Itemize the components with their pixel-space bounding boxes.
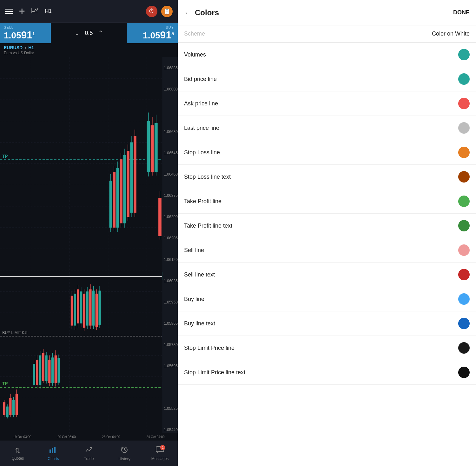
color-item-bid-price-line[interactable]: Bid price line xyxy=(178,67,476,91)
svg-rect-129 xyxy=(54,447,56,453)
color-label-last-price-line: Last price line xyxy=(184,125,219,131)
sell-price: 1.05911 xyxy=(4,29,35,41)
color-item-stop-loss-line-text[interactable]: Stop Loss line text xyxy=(178,165,476,189)
color-dot-ask-price-line xyxy=(458,98,470,109)
svg-text:1.06885: 1.06885 xyxy=(164,65,178,70)
color-label-bid-price-line: Bid price line xyxy=(184,76,217,83)
color-label-stop-limit-price-line-text: Stop Limit Price line text xyxy=(184,369,245,376)
spread-up-arrow[interactable]: ⌃ xyxy=(98,29,103,37)
color-list: VolumesBid price lineAsk price lineLast … xyxy=(178,43,476,466)
color-label-sell-line-text: Sell line text xyxy=(184,271,215,278)
x-label-3: 23 Oct 04:00 xyxy=(102,435,120,439)
color-dot-stop-limit-price-line-text xyxy=(458,367,470,378)
color-dot-take-profit-line-text xyxy=(458,220,470,231)
svg-rect-127 xyxy=(50,449,51,453)
spread-down-arrow[interactable]: ⌄ xyxy=(74,29,80,37)
messages-badge: 1 xyxy=(160,445,165,450)
color-item-take-profit-line[interactable]: Take Profit line xyxy=(178,189,476,214)
chart-info: EURUSD ▾ H1 Euro vs US Dollar xyxy=(0,43,178,57)
chart-type-icon[interactable] xyxy=(31,7,39,16)
crosshair-icon[interactable]: ✛ xyxy=(19,7,25,16)
color-item-stop-loss-line[interactable]: Stop Loss line xyxy=(178,140,476,165)
color-item-volumes[interactable]: Volumes xyxy=(178,43,476,67)
chart-timeframe: H1 xyxy=(28,45,34,50)
bid-ask-bar: SELL 1.05911 ⌄ 0.5 ⌃ BUY 1.05915 xyxy=(0,23,178,43)
color-dot-buy-line xyxy=(458,293,470,305)
spread-value: 0.5 xyxy=(85,30,93,37)
svg-text:1.06800: 1.06800 xyxy=(164,86,178,91)
messages-label: Messages xyxy=(151,456,169,461)
done-button[interactable]: DONE xyxy=(453,9,470,16)
color-dot-stop-loss-line xyxy=(458,147,470,158)
x-label-2: 20 Oct 03:00 xyxy=(57,435,76,439)
svg-text:TP: TP xyxy=(2,381,8,386)
buy-label: BUY xyxy=(166,25,174,29)
color-item-last-price-line[interactable]: Last price line xyxy=(178,116,476,140)
scheme-value: Color on White xyxy=(432,30,470,37)
symbol-row: EURUSD ▾ H1 xyxy=(4,45,174,50)
color-item-stop-limit-price-line[interactable]: Stop Limit Price line xyxy=(178,336,476,360)
color-dot-sell-line-text xyxy=(458,269,470,280)
sell-button[interactable]: SELL 1.05911 xyxy=(0,23,51,43)
color-item-buy-line[interactable]: Buy line xyxy=(178,287,476,311)
scheme-row[interactable]: Scheme Color on White xyxy=(178,25,476,43)
history-icon xyxy=(121,446,128,456)
color-label-sell-line: Sell line xyxy=(184,247,204,254)
svg-text:1.06035: 1.06035 xyxy=(164,278,178,283)
nav-messages[interactable]: 1 Messages xyxy=(147,446,173,461)
timeframe-badge[interactable]: H1 xyxy=(45,9,51,14)
color-dot-buy-line-text xyxy=(458,318,470,329)
svg-text:1.06290: 1.06290 xyxy=(164,214,178,219)
x-axis: 19 Oct 03:00 20 Oct 03:00 23 Oct 04:00 2… xyxy=(0,433,178,441)
color-label-ask-price-line: Ask price line xyxy=(184,100,218,107)
svg-text:BUY LIMIT 0.5: BUY LIMIT 0.5 xyxy=(2,330,27,335)
right-panel: ← Colors DONE Scheme Color on White Volu… xyxy=(178,0,476,466)
svg-rect-2 xyxy=(0,57,178,441)
colors-title: Colors xyxy=(195,8,219,17)
x-label-4: 24 Oct 04:00 xyxy=(146,435,164,439)
clock-icon[interactable]: ⏱ xyxy=(146,6,157,17)
color-dot-stop-limit-price-line xyxy=(458,342,470,354)
buy-button[interactable]: BUY 1.05915 xyxy=(127,23,178,43)
color-label-take-profit-line-text: Take Profit line text xyxy=(184,223,232,229)
top-bar: ✛ H1 ⏱ 📋 xyxy=(0,0,178,23)
color-item-buy-line-text[interactable]: Buy line text xyxy=(178,311,476,336)
nav-history[interactable]: History xyxy=(112,446,137,461)
sell-label: SELL xyxy=(4,25,14,29)
trade-icon xyxy=(85,446,93,455)
color-dot-sell-line xyxy=(458,244,470,256)
quotes-icon: ⇅ xyxy=(15,447,21,455)
history-label: History xyxy=(118,457,130,461)
color-item-sell-line-text[interactable]: Sell line text xyxy=(178,263,476,287)
spread-area: ⌄ 0.5 ⌃ xyxy=(51,29,127,37)
color-item-stop-limit-price-line-text[interactable]: Stop Limit Price line text xyxy=(178,360,476,385)
svg-text:1.06375: 1.06375 xyxy=(164,193,178,198)
svg-rect-110 xyxy=(162,57,178,441)
svg-text:1.05780: 1.05780 xyxy=(164,342,178,347)
svg-text:TP: TP xyxy=(2,153,8,159)
nav-quotes[interactable]: ⇅ Quotes xyxy=(5,447,30,461)
back-button[interactable]: ← xyxy=(184,9,191,17)
bottom-nav: ⇅ Quotes Charts Trade History xyxy=(0,441,178,466)
color-label-stop-loss-line: Stop Loss line xyxy=(184,149,220,156)
svg-text:1.05865: 1.05865 xyxy=(164,321,178,326)
color-item-ask-price-line[interactable]: Ask price line xyxy=(178,91,476,116)
svg-text:1.06120: 1.06120 xyxy=(164,257,178,262)
color-dot-stop-loss-line-text xyxy=(458,171,470,183)
nav-charts[interactable]: Charts xyxy=(41,446,66,461)
top-bar-right: ⏱ 📋 xyxy=(146,6,173,17)
svg-text:1.06630: 1.06630 xyxy=(164,129,178,134)
chart-area: TP 1.06699 1.05911 BUY LIMIT 0.5 1.05749… xyxy=(0,57,178,441)
color-dot-bid-price-line xyxy=(458,73,470,85)
messages-badge-container: 1 xyxy=(156,446,164,455)
trade-label: Trade xyxy=(84,456,94,461)
color-label-stop-loss-line-text: Stop Loss line text xyxy=(184,174,231,180)
menu-icon[interactable] xyxy=(5,9,13,14)
nav-trade[interactable]: Trade xyxy=(76,446,102,461)
color-item-sell-line[interactable]: Sell line xyxy=(178,238,476,263)
svg-text:1.05525: 1.05525 xyxy=(164,406,178,411)
color-item-take-profit-line-text[interactable]: Take Profit line text xyxy=(178,214,476,238)
color-label-stop-limit-price-line: Stop Limit Price line xyxy=(184,345,235,351)
account-icon[interactable]: 📋 xyxy=(161,6,173,17)
pair-name: Euro vs US Dollar xyxy=(4,51,174,55)
